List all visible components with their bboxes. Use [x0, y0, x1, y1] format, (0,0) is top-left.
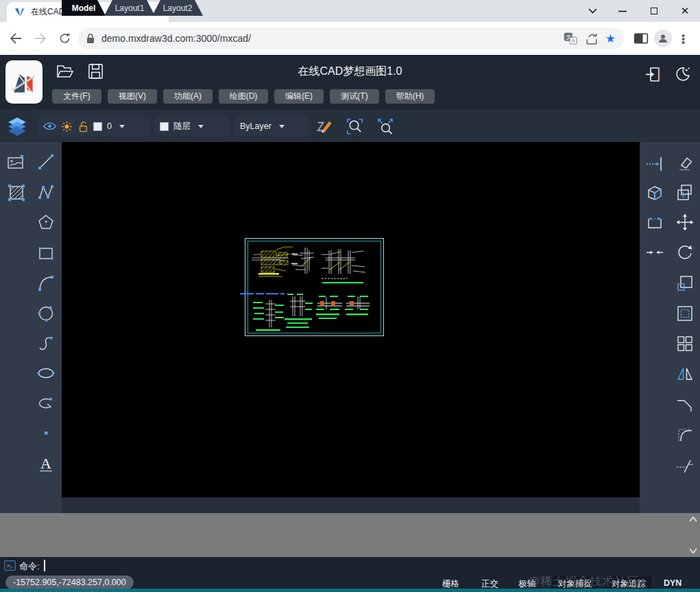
- history-scroll-up-icon[interactable]: [689, 516, 697, 523]
- svg-text:A: A: [40, 455, 51, 472]
- cad-drawing: [245, 238, 384, 336]
- 3d-box-icon[interactable]: [643, 181, 666, 204]
- hatch-icon[interactable]: [5, 181, 28, 204]
- command-prompt-label: 命令:: [19, 560, 40, 573]
- current-layer-name: 0: [107, 121, 112, 131]
- insert-image-icon[interactable]: [5, 151, 28, 174]
- menu-draw[interactable]: 绘图(D): [219, 89, 268, 104]
- browser-tabstrip: 在线CAD梦想画图 ✕ + ✕: [0, 0, 700, 22]
- brightness-icon[interactable]: [61, 121, 73, 132]
- unlock-icon[interactable]: [77, 121, 88, 132]
- window-maximize-button[interactable]: [644, 0, 664, 22]
- layer-control-dropdown[interactable]: 0: [38, 116, 150, 137]
- tab-layout1[interactable]: Layout1: [104, 0, 155, 16]
- visibility-eye-icon[interactable]: [43, 121, 56, 131]
- browser-menu-kebab-icon[interactable]: •••: [681, 34, 685, 44]
- point-icon[interactable]: [34, 421, 58, 445]
- status-bar: >_ 命令: -15752.905,-72483.257,0.000 栅格 正交…: [0, 557, 700, 592]
- svg-text:A: A: [571, 38, 575, 44]
- url-field[interactable]: demo.mxdraw3d.com:3000/mxcad/ 文 A ★: [78, 27, 624, 49]
- login-icon[interactable]: [645, 67, 660, 82]
- chamfer-icon[interactable]: [673, 392, 697, 416]
- toggle-dyn[interactable]: DYN: [664, 578, 681, 588]
- back-icon[interactable]: [10, 33, 22, 44]
- bookmark-star-icon[interactable]: ★: [605, 32, 616, 46]
- spline-icon[interactable]: [34, 331, 58, 355]
- layer-color-swatch[interactable]: [93, 122, 102, 131]
- fillet-icon[interactable]: [673, 422, 697, 445]
- cad-canvas[interactable]: [62, 142, 640, 497]
- rotate-icon[interactable]: [673, 241, 697, 264]
- command-prompt-icon: >_: [4, 560, 16, 571]
- command-history-panel[interactable]: [0, 513, 700, 557]
- polygon-icon[interactable]: [34, 211, 58, 234]
- tab-layout2[interactable]: Layout2: [152, 0, 203, 16]
- menu-test[interactable]: 测试(T): [330, 89, 379, 104]
- stretch-icon[interactable]: [643, 211, 666, 234]
- zoom-extents-icon[interactable]: [376, 117, 395, 136]
- dark-mode-moon-icon[interactable]: [675, 66, 690, 82]
- polyline-icon[interactable]: [34, 180, 58, 204]
- app-title: 在线CAD梦想画图1.0: [0, 64, 700, 79]
- profile-avatar[interactable]: [654, 29, 672, 47]
- command-input-cursor[interactable]: [44, 560, 45, 571]
- status-accent-bar: [0, 589, 700, 592]
- mxcad-favicon: [14, 6, 25, 18]
- coordinates-readout: -15752.905,-72483.257,0.000: [5, 576, 134, 589]
- move-icon[interactable]: [673, 211, 697, 234]
- browser-addressbar: demo.mxdraw3d.com:3000/mxcad/ 文 A ★: [0, 22, 700, 55]
- menu-view[interactable]: 视图(V): [108, 89, 157, 104]
- line-icon[interactable]: [34, 150, 58, 174]
- text-icon[interactable]: A: [34, 452, 58, 475]
- layers-icon[interactable]: [7, 116, 27, 137]
- side-panel-icon[interactable]: [633, 32, 649, 45]
- current-color-swatch[interactable]: [160, 122, 169, 131]
- current-color-label: 随层: [173, 121, 191, 132]
- scale-icon[interactable]: [673, 272, 697, 295]
- mirror-icon[interactable]: [673, 362, 697, 386]
- draw-pencil-icon[interactable]: [315, 117, 333, 136]
- break-icon[interactable]: [673, 453, 697, 477]
- rectangle-icon[interactable]: [34, 241, 58, 265]
- chevron-down-icon[interactable]: [279, 125, 285, 128]
- share-icon[interactable]: [585, 32, 599, 45]
- url-text: demo.mxdraw3d.com:3000/mxcad/: [101, 33, 556, 44]
- ellipse-icon[interactable]: [34, 362, 58, 385]
- copy-icon[interactable]: [673, 181, 697, 204]
- current-linetype-label: ByLayer: [240, 121, 271, 131]
- layout-tabbar: [62, 497, 640, 513]
- arc-icon[interactable]: [34, 272, 58, 295]
- menu-file[interactable]: 文件(F): [52, 89, 101, 104]
- browser-window: 在线CAD梦想画图 ✕ + ✕ demo.mxdraw3d.com:3: [0, 0, 700, 592]
- pick-box-icon[interactable]: [673, 302, 697, 325]
- linetype-dropdown[interactable]: ByLayer: [234, 116, 308, 137]
- window-minimize-button[interactable]: [613, 0, 632, 22]
- history-scroll-down-icon[interactable]: [689, 547, 697, 554]
- lock-icon: [86, 34, 95, 44]
- trim-icon[interactable]: [643, 241, 666, 264]
- circle-icon[interactable]: [34, 302, 58, 325]
- ellipse-arc-icon[interactable]: [34, 392, 58, 415]
- forward-icon[interactable]: [34, 33, 47, 44]
- eraser-icon[interactable]: [673, 152, 697, 175]
- menu-help[interactable]: 帮助(H): [385, 89, 435, 104]
- translate-icon[interactable]: 文 A: [563, 31, 578, 46]
- lengthen-icon[interactable]: [643, 152, 666, 175]
- array-icon[interactable]: [673, 332, 697, 355]
- tab-search-chevron-icon[interactable]: [583, 0, 602, 22]
- chevron-down-icon[interactable]: [119, 125, 125, 128]
- window-close-button[interactable]: ✕: [675, 0, 695, 22]
- menu-edit[interactable]: 编辑(E): [274, 89, 324, 104]
- menu-feature[interactable]: 功能(A): [163, 89, 213, 104]
- color-dropdown[interactable]: 随层: [154, 116, 230, 137]
- find-zoom-icon[interactable]: [346, 117, 364, 136]
- chevron-down-icon[interactable]: [198, 125, 204, 128]
- reload-icon[interactable]: [59, 33, 71, 45]
